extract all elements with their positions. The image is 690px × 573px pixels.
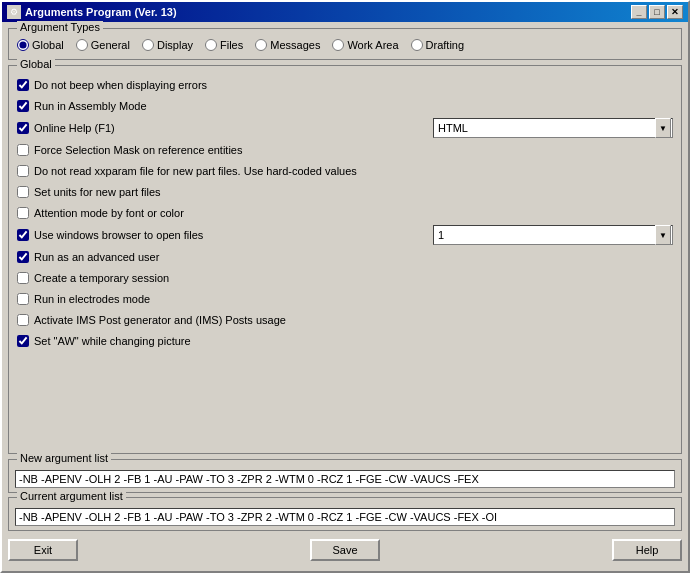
window-title: Arguments Program (Ver. 13): [25, 6, 177, 18]
cb3-input[interactable]: [17, 122, 29, 134]
cb9-label: Run as an advanced user: [34, 251, 159, 263]
radio-messages-label: Messages: [270, 39, 320, 51]
current-arg-list-label: Current argument list: [17, 490, 126, 502]
new-arg-list-label: New argument list: [17, 452, 111, 464]
global-group: Global Do not beep when displaying error…: [8, 65, 682, 454]
radio-display-label: Display: [157, 39, 193, 51]
close-button[interactable]: ✕: [667, 5, 683, 19]
radio-workarea[interactable]: Work Area: [332, 39, 398, 51]
cb-row-8: Use windows browser to open files 1 2 3: [17, 225, 673, 245]
current-arg-list-input[interactable]: [15, 508, 675, 526]
radio-general-label: General: [91, 39, 130, 51]
window-content: Argument Types Global General Display Fi…: [2, 22, 688, 571]
cb-row-5: Do not read xxparam file for new part fi…: [17, 162, 673, 180]
cb4-input[interactable]: [17, 144, 29, 156]
cb5-input[interactable]: [17, 165, 29, 177]
cb-row-11: Run in electrodes mode: [17, 290, 673, 308]
save-button[interactable]: Save: [310, 539, 380, 561]
cb6-input[interactable]: [17, 186, 29, 198]
radio-workarea-input[interactable]: [332, 39, 344, 51]
cb-row-9: Run as an advanced user: [17, 248, 673, 266]
cb-row-4: Force Selection Mask on reference entiti…: [17, 141, 673, 159]
cb8-label: Use windows browser to open files: [34, 229, 203, 241]
cb2-input[interactable]: [17, 100, 29, 112]
browser-dropdown[interactable]: 1 2 3: [433, 225, 673, 245]
cb-row-13: Set "AW" while changing picture: [17, 332, 673, 350]
browser-dropdown-wrapper: 1 2 3: [433, 225, 673, 245]
bottom-section: New argument list Current argument list …: [8, 459, 682, 565]
argument-types-label: Argument Types: [17, 21, 103, 33]
cb1-input[interactable]: [17, 79, 29, 91]
radio-drafting-label: Drafting: [426, 39, 465, 51]
radio-general-input[interactable]: [76, 39, 88, 51]
cb-row-10: Create a temporary session: [17, 269, 673, 287]
cb-row-12: Activate IMS Post generator and (IMS) Po…: [17, 311, 673, 329]
cb-row-7: Attention mode by font or color: [17, 204, 673, 222]
new-arg-list-group: New argument list: [8, 459, 682, 493]
radio-group: Global General Display Files Messages: [17, 37, 673, 53]
current-arg-list-group: Current argument list: [8, 497, 682, 531]
cb10-input[interactable]: [17, 272, 29, 284]
radio-display[interactable]: Display: [142, 39, 193, 51]
global-label: Global: [17, 58, 55, 70]
cb2-label: Run in Assembly Mode: [34, 100, 147, 112]
cb-row-3: Online Help (F1) HTML PDF: [17, 118, 673, 138]
radio-messages-input[interactable]: [255, 39, 267, 51]
radio-files-label: Files: [220, 39, 243, 51]
radio-global[interactable]: Global: [17, 39, 64, 51]
cb11-input[interactable]: [17, 293, 29, 305]
radio-files-input[interactable]: [205, 39, 217, 51]
cb12-label: Activate IMS Post generator and (IMS) Po…: [34, 314, 286, 326]
cb3-label: Online Help (F1): [34, 122, 115, 134]
cb1-label: Do not beep when displaying errors: [34, 79, 207, 91]
title-buttons: _ □ ✕: [631, 5, 683, 19]
cb-row-2: Run in Assembly Mode: [17, 97, 673, 115]
cb12-input[interactable]: [17, 314, 29, 326]
new-arg-list-input[interactable]: [15, 470, 675, 488]
cb10-label: Create a temporary session: [34, 272, 169, 284]
radio-drafting[interactable]: Drafting: [411, 39, 465, 51]
cb13-input[interactable]: [17, 335, 29, 347]
cb6-label: Set units for new part files: [34, 186, 161, 198]
title-bar: ⚙ Arguments Program (Ver. 13) _ □ ✕: [2, 2, 688, 22]
radio-general[interactable]: General: [76, 39, 130, 51]
cb-row-6: Set units for new part files: [17, 183, 673, 201]
argument-types-group: Argument Types Global General Display Fi…: [8, 28, 682, 60]
main-window: ⚙ Arguments Program (Ver. 13) _ □ ✕ Argu…: [0, 0, 690, 573]
radio-messages[interactable]: Messages: [255, 39, 320, 51]
cb7-input[interactable]: [17, 207, 29, 219]
cb9-input[interactable]: [17, 251, 29, 263]
cb8-input[interactable]: [17, 229, 29, 241]
window-icon: ⚙: [7, 5, 21, 19]
radio-workarea-label: Work Area: [347, 39, 398, 51]
cb11-label: Run in electrodes mode: [34, 293, 150, 305]
cb5-label: Do not read xxparam file for new part fi…: [34, 165, 357, 177]
radio-drafting-input[interactable]: [411, 39, 423, 51]
radio-global-input[interactable]: [17, 39, 29, 51]
cb7-label: Attention mode by font or color: [34, 207, 184, 219]
online-help-dropdown[interactable]: HTML PDF: [433, 118, 673, 138]
radio-files[interactable]: Files: [205, 39, 243, 51]
cb-row-1: Do not beep when displaying errors: [17, 76, 673, 94]
radio-display-input[interactable]: [142, 39, 154, 51]
online-help-dropdown-wrapper: HTML PDF: [433, 118, 673, 138]
minimize-button[interactable]: _: [631, 5, 647, 19]
cb13-label: Set "AW" while changing picture: [34, 335, 191, 347]
maximize-button[interactable]: □: [649, 5, 665, 19]
cb4-label: Force Selection Mask on reference entiti…: [34, 144, 243, 156]
help-button[interactable]: Help: [612, 539, 682, 561]
button-row: Exit Save Help: [8, 535, 682, 565]
exit-button[interactable]: Exit: [8, 539, 78, 561]
radio-global-label: Global: [32, 39, 64, 51]
